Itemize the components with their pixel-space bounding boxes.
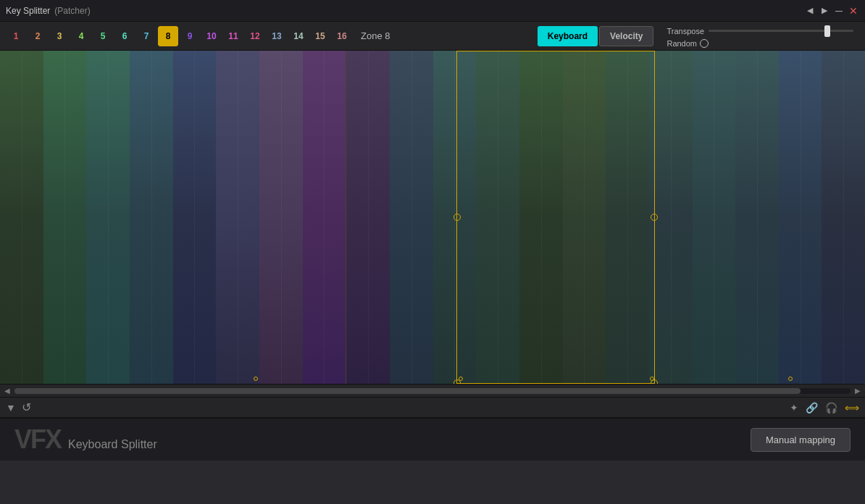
col-2 bbox=[43, 51, 87, 384]
minimize-button[interactable]: ─ bbox=[833, 5, 845, 17]
marker-left bbox=[254, 377, 258, 381]
vfx-subtitle: Keyboard Splitter bbox=[68, 438, 157, 451]
col-10 bbox=[390, 51, 433, 384]
app-subtitle: (Patcher) bbox=[54, 6, 90, 16]
col-17 bbox=[693, 51, 736, 384]
col-12 bbox=[476, 51, 519, 384]
zone-tab-12[interactable]: 12 bbox=[245, 26, 265, 46]
marker-zone-left bbox=[459, 377, 463, 381]
title-bar: Key Splitter (Patcher) ◀ ▶ ─ ✕ bbox=[0, 0, 865, 22]
app-title: Key Splitter bbox=[6, 6, 50, 16]
settings-icon[interactable]: ✦ bbox=[790, 402, 798, 413]
toolbar-right: ✦ 🔗 🎧 ⟺ bbox=[790, 402, 859, 413]
mode-buttons: Keyboard Velocity bbox=[538, 26, 654, 46]
col-6 bbox=[216, 51, 259, 384]
zone-tab-16[interactable]: 16 bbox=[332, 26, 352, 46]
zone-bar: 1 2 3 4 5 6 7 8 9 10 11 12 13 14 15 16 Z… bbox=[0, 22, 865, 51]
transpose-label: Transpose bbox=[666, 27, 704, 35]
keyboard-mode-button[interactable]: Keyboard bbox=[538, 26, 598, 46]
transpose-slider[interactable] bbox=[709, 25, 853, 38]
scroll-right-arrow[interactable]: ▶ bbox=[853, 387, 862, 395]
transpose-thumb[interactable] bbox=[824, 25, 830, 37]
reset-icon[interactable]: ↺ bbox=[22, 400, 31, 414]
col-18 bbox=[735, 51, 779, 384]
zone-tab-15[interactable]: 15 bbox=[310, 26, 330, 46]
col-19 bbox=[779, 51, 822, 384]
col-15 bbox=[606, 51, 649, 384]
random-icon bbox=[700, 39, 709, 48]
marker-zone-right bbox=[650, 377, 654, 381]
arrows-icon[interactable]: ⟺ bbox=[845, 402, 859, 413]
scroll-left-arrow[interactable]: ◀ bbox=[3, 387, 12, 395]
zone-tab-10[interactable]: 10 bbox=[201, 26, 222, 46]
zone-tab-6[interactable]: 6 bbox=[114, 26, 135, 46]
title-bar-controls: ◀ ▶ ─ ✕ bbox=[804, 5, 859, 17]
toolbar-left: ▼ ↺ bbox=[6, 400, 31, 414]
columns-container bbox=[0, 51, 865, 384]
velocity-mode-button[interactable]: Velocity bbox=[599, 26, 653, 46]
transpose-area: Transpose Random bbox=[666, 25, 853, 48]
zone-tab-9[interactable]: 9 bbox=[180, 26, 200, 46]
transpose-track bbox=[709, 30, 853, 32]
headphones-icon[interactable]: 🎧 bbox=[825, 402, 837, 413]
manual-mapping-button[interactable]: Manual mapping bbox=[751, 428, 851, 452]
col-11 bbox=[433, 51, 477, 384]
zone-tab-13[interactable]: 13 bbox=[267, 26, 287, 46]
marker-right bbox=[788, 377, 793, 381]
main-canvas[interactable] bbox=[0, 51, 865, 384]
col-5 bbox=[173, 51, 217, 384]
col-1 bbox=[0, 51, 43, 384]
col-13 bbox=[519, 51, 563, 384]
footer: VFX Keyboard Splitter Manual mapping bbox=[0, 417, 865, 461]
zone-tab-4[interactable]: 4 bbox=[71, 26, 91, 46]
zone-tab-3[interactable]: 3 bbox=[49, 26, 70, 46]
scrollbar-area: ◀ ▶ bbox=[0, 384, 865, 397]
title-bar-left: Key Splitter (Patcher) bbox=[6, 6, 91, 16]
vfx-logo-text: VFX bbox=[14, 424, 61, 455]
col-20 bbox=[822, 51, 865, 384]
zone-tab-2[interactable]: 2 bbox=[28, 26, 48, 46]
zone-tab-7[interactable]: 7 bbox=[136, 26, 156, 46]
scrollbar-thumb[interactable] bbox=[14, 388, 801, 394]
horizontal-scrollbar[interactable] bbox=[14, 388, 851, 394]
col-14 bbox=[563, 51, 606, 384]
zone-tab-5[interactable]: 5 bbox=[93, 26, 113, 46]
nav-forward-button[interactable]: ▶ bbox=[819, 5, 830, 17]
col-4 bbox=[130, 51, 173, 384]
bottom-toolbar: ▼ ↺ ✦ 🔗 🎧 ⟺ bbox=[0, 397, 865, 417]
close-button[interactable]: ✕ bbox=[848, 5, 859, 17]
col-7 bbox=[259, 51, 303, 384]
zone-tab-1[interactable]: 1 bbox=[6, 26, 26, 46]
vfx-logo: VFX Keyboard Splitter bbox=[14, 424, 157, 455]
random-label: Random bbox=[666, 39, 709, 48]
col-16 bbox=[649, 51, 693, 384]
col-3 bbox=[86, 51, 130, 384]
dropdown-arrow-icon[interactable]: ▼ bbox=[6, 402, 16, 413]
zone-tab-8[interactable]: 8 bbox=[158, 26, 178, 46]
zone-label: Zone 8 bbox=[361, 30, 390, 41]
nav-back-button[interactable]: ◀ bbox=[804, 5, 816, 17]
link-icon[interactable]: 🔗 bbox=[806, 402, 818, 413]
zone-tab-14[interactable]: 14 bbox=[288, 26, 309, 46]
col-9 bbox=[346, 51, 390, 384]
zone-tab-11[interactable]: 11 bbox=[223, 26, 243, 46]
col-8 bbox=[303, 51, 347, 384]
